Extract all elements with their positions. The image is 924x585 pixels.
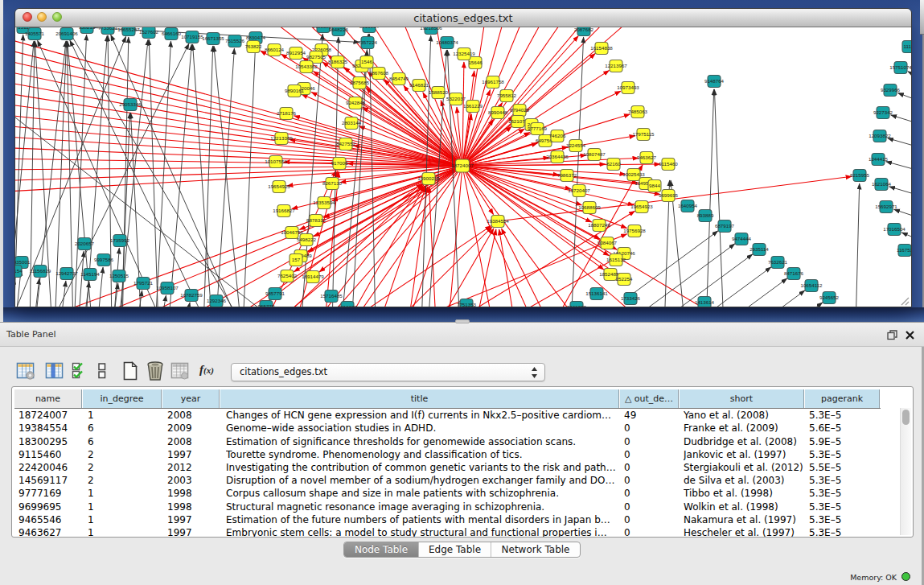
svg-text:8454749: 8454749 [389,76,409,81]
btn-zoom[interactable] [52,12,62,22]
tab-network[interactable]: Network Table [491,542,580,557]
svg-text:8471676: 8471676 [784,270,804,276]
svg-text:893889: 893889 [697,212,714,218]
svg-text:9084067: 9084067 [598,240,618,245]
svg-text:9245652: 9245652 [819,295,840,300]
svg-text:2867608: 2867608 [369,70,389,76]
svg-text:15720407: 15720407 [568,187,590,193]
svg-text:7751353: 7751353 [457,302,477,307]
svg-text:16914479: 16914479 [302,274,324,279]
titlebar: citations_edges.txt [15,9,911,27]
svg-text:1405571: 1405571 [25,31,45,36]
tab-node[interactable]: Node Table [344,542,418,557]
svg-text:29053346: 29053346 [119,101,142,107]
row-9777169: 977716911998Corpus callosum shape and si… [14,487,881,500]
svg-text:9146821: 9146821 [409,82,429,88]
svg-text:9041022: 9041022 [567,304,587,307]
svg-text:6794028: 6794028 [510,107,530,113]
svg-text:1527602: 1527602 [139,29,159,35]
svg-text:7357224: 7357224 [358,39,378,45]
svg-text:746206: 746206 [549,133,566,138]
row-18724007: 1872400712008Changes of HCN gene express… [14,409,881,422]
svg-text:8427552: 8427552 [336,141,356,146]
svg-text:8830474: 8830474 [246,35,266,40]
svg-text:15751074: 15751074 [889,64,912,70]
svg-text:10719155: 10719155 [181,34,203,39]
svg-text:7986372: 7986372 [557,172,577,178]
float-icon[interactable] [887,330,897,340]
svg-text:7485063: 7485063 [628,109,648,114]
svg-text:9474444: 9474444 [732,236,752,241]
btn-close[interactable] [23,12,32,22]
svg-text:2935114: 2935114 [749,246,769,252]
svg-text:7955812: 7955812 [497,93,517,98]
svg-text:17016504: 17016504 [883,226,906,232]
row-9699695: 969969511998Structural magnetic resonanc… [14,501,881,513]
svg-text:20364436: 20364436 [546,154,569,159]
svg-text:12093822: 12093822 [869,133,891,138]
table-panel-header: Table Panel [0,322,924,347]
svg-text:1735992: 1735992 [110,237,130,243]
svg-text:15900215: 15900215 [417,175,440,181]
svg-text:9329966: 9329966 [881,87,901,93]
svg-text:10480374: 10480374 [436,39,458,45]
svg-text:1145194: 1145194 [80,271,100,277]
svg-text:8186325: 8186325 [328,59,348,64]
svg-text:9463627: 9463627 [637,154,657,160]
svg-text:10655267: 10655267 [117,27,140,32]
svg-text:1250515: 1250515 [109,273,129,278]
svg-text:6466160: 6466160 [162,31,182,36]
close-icon[interactable] [904,329,916,341]
svg-text:935001: 935001 [15,259,31,265]
svg-text:6879197: 6879197 [715,223,735,229]
svg-text:8912954: 8912954 [286,50,306,56]
svg-text:252254: 252254 [616,276,633,282]
cytoscape-desktop: citations_edges.txt 13111405571206914069… [0,0,924,585]
svg-text:16782759: 16782759 [180,292,203,298]
svg-text:2087682: 2087682 [574,27,594,32]
svg-text:1244415: 1244415 [869,156,889,162]
svg-text:1733426: 1733426 [621,295,641,301]
svg-text:17975115: 17975115 [632,131,655,137]
row-9465546: 946554611997Estimation of the future num… [14,513,881,526]
svg-text:10025433: 10025433 [622,171,645,177]
svg-text:15136141: 15136141 [585,290,608,296]
btn-min[interactable] [37,12,47,22]
svg-text:5322037: 5322037 [446,96,466,101]
svg-text:2020657: 2020657 [75,241,95,246]
svg-text:1292346: 1292346 [207,298,227,303]
svg-text:9857791: 9857791 [265,290,285,296]
vscroll [900,408,911,535]
svg-text:7632621: 7632621 [768,259,788,265]
svg-text:16671355: 16671355 [202,35,224,41]
svg-text:157: 157 [292,257,301,262]
row-14569117: 1456911722003Disruption of a novel membe… [14,474,881,487]
svg-text:116753: 116753 [897,247,912,253]
svg-text:2718176: 2718176 [277,110,297,116]
svg-text:1361229: 1361229 [463,103,483,109]
svg-text:19166827: 19166827 [273,208,295,213]
svg-text:965779: 965779 [258,303,275,307]
svg-text:763822: 763822 [245,43,262,49]
svg-text:7625402: 7625402 [277,273,298,278]
svg-text:10654112: 10654112 [800,282,823,288]
svg-text:8990448: 8990448 [488,109,508,115]
svg-text:12213967: 12213967 [605,63,627,68]
svg-text:9890161: 9890161 [285,88,305,93]
svg-text:9115460: 9115460 [659,161,678,167]
row-18300295: 1830029562008Estimation of significance … [14,435,881,448]
svg-text:1413614: 1413614 [695,299,715,305]
svg-text:19654925: 19654925 [268,183,290,189]
svg-text:15716485: 15716485 [320,293,343,299]
svg-text:958213: 958213 [79,27,96,30]
tab-edge[interactable]: Edge Table [418,542,491,557]
svg-text:9844: 9844 [649,183,660,188]
svg-text:10107553: 10107553 [265,159,287,164]
svg-text:62160: 62160 [606,161,621,167]
svg-text:1311: 1311 [18,27,29,30]
svg-text:8660124: 8660124 [265,47,285,52]
svg-text:8267130: 8267130 [322,180,343,186]
statusbar: Memory: OK [0,567,924,585]
node-table: namein_degreeyeartitle△ out_de…shortpage… [11,386,914,538]
svg-text:9699695: 9699695 [659,192,679,198]
